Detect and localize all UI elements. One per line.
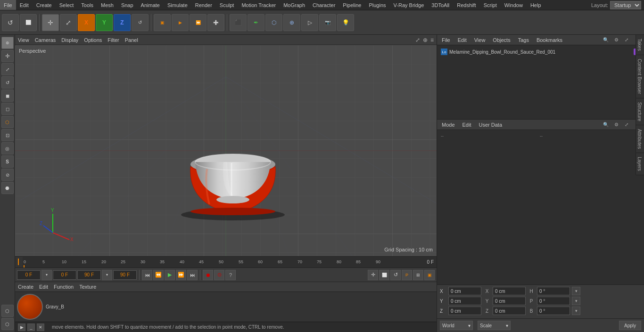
nurbs-tool[interactable]: ⬡ bbox=[265, 14, 282, 31]
obj-search-icon[interactable]: 🔍 bbox=[602, 36, 610, 44]
deformer-tool[interactable]: ▷ bbox=[301, 14, 318, 31]
menu-plugins[interactable]: Plugins bbox=[365, 0, 389, 10]
x-axis[interactable]: X bbox=[78, 14, 95, 31]
obj-gear-icon[interactable]: ⚙ bbox=[612, 36, 620, 44]
goto-start[interactable]: ⏮ bbox=[142, 270, 152, 280]
undo-button[interactable]: ↺ bbox=[2, 14, 19, 31]
material-menu-texture[interactable]: Texture bbox=[79, 284, 96, 290]
coord-p-field[interactable]: 0 ° bbox=[537, 297, 570, 305]
coord-z2-field[interactable]: 0 cm bbox=[493, 307, 526, 315]
step-forward[interactable]: ⏩ bbox=[176, 270, 186, 280]
sidebar-bottom2[interactable]: ⬡ bbox=[1, 318, 14, 330]
light-tool[interactable]: 💡 bbox=[337, 14, 354, 31]
vert-tab-structure[interactable]: Structure bbox=[636, 98, 644, 126]
dots-btn[interactable]: ⊞ bbox=[413, 270, 423, 280]
menu-motion-tracker[interactable]: Motion Tracker bbox=[238, 0, 280, 10]
menu-file[interactable]: File bbox=[0, 0, 16, 10]
menu-tools[interactable]: Tools bbox=[77, 0, 97, 10]
obj-tab-file[interactable]: File bbox=[440, 37, 452, 43]
timeline-btn[interactable]: ↺ bbox=[390, 270, 401, 280]
menu-edit[interactable]: Edit bbox=[16, 0, 33, 10]
coord-h-field[interactable]: 0 ° bbox=[537, 287, 570, 295]
status-icon-close[interactable]: ✕ bbox=[37, 324, 44, 331]
scale-dropdown[interactable]: Scale ▾ bbox=[478, 321, 511, 330]
viewport-menu-options[interactable]: Options bbox=[84, 37, 102, 43]
viewport-menu-display[interactable]: Display bbox=[61, 37, 78, 43]
viewport-menu-view[interactable]: View bbox=[18, 37, 29, 43]
status-icon-min[interactable]: _ bbox=[27, 324, 35, 331]
viewport-menu-panel[interactable]: Panel bbox=[125, 37, 138, 43]
transport-arrow-down2[interactable]: ▾ bbox=[102, 270, 112, 280]
motion-btn[interactable]: ✛ bbox=[368, 270, 378, 280]
sidebar-poly[interactable]: S bbox=[1, 155, 14, 168]
autokey-btn[interactable]: ⊙ bbox=[214, 270, 224, 280]
transport-end-frame1[interactable]: 90 F bbox=[77, 270, 101, 280]
z-axis[interactable]: Z bbox=[114, 14, 131, 31]
transport-current-frame[interactable]: 0 F bbox=[17, 270, 41, 280]
status-icon-render[interactable]: ▶ bbox=[18, 324, 25, 331]
render-active[interactable]: ▶ bbox=[172, 14, 189, 31]
viewport-expand-icon[interactable]: ⤢ bbox=[415, 37, 420, 43]
render-region[interactable]: ▣ bbox=[154, 14, 171, 31]
viewport-lock-icon[interactable]: ⊕ bbox=[423, 37, 428, 43]
spline-tool[interactable]: ✒ bbox=[248, 14, 264, 31]
sidebar-rotate[interactable]: ↺ bbox=[1, 76, 14, 89]
step-back[interactable]: ⏪ bbox=[153, 270, 164, 280]
obj-tab-view[interactable]: View bbox=[472, 37, 487, 43]
film-btn[interactable]: ▣ bbox=[424, 270, 435, 280]
coord-y1-field[interactable]: 0 cm bbox=[448, 297, 481, 305]
menu-pipeline[interactable]: Pipeline bbox=[339, 0, 365, 10]
menu-help[interactable]: Help bbox=[527, 0, 545, 10]
attr-expand-icon[interactable]: ⤢ bbox=[622, 121, 631, 129]
vert-tab-attributes[interactable]: Attributes bbox=[636, 125, 644, 153]
menu-mesh[interactable]: Mesh bbox=[97, 0, 117, 10]
menu-redshift[interactable]: Redshift bbox=[453, 0, 479, 10]
sidebar-obj3[interactable]: ⬡ bbox=[1, 116, 14, 128]
y-axis[interactable]: Y bbox=[96, 14, 113, 31]
vert-tab-takes[interactable]: Takes bbox=[636, 35, 644, 55]
cube-tool[interactable]: ⬛ bbox=[230, 14, 247, 31]
coord-b-field[interactable]: 0 ° bbox=[537, 307, 570, 315]
menu-select[interactable]: Select bbox=[56, 0, 78, 10]
sidebar-magnet[interactable]: ⬣ bbox=[1, 182, 14, 194]
sidebar-knife[interactable]: ⊘ bbox=[1, 169, 14, 181]
coord-x2-field[interactable]: 0 cm bbox=[493, 287, 526, 295]
menu-animate[interactable]: Animate bbox=[137, 0, 164, 10]
viewport[interactable]: X Y Z bbox=[15, 45, 437, 256]
move-tool[interactable]: ✛ bbox=[42, 14, 59, 31]
play-forward[interactable]: ▶ bbox=[165, 270, 175, 280]
menu-script[interactable]: Script bbox=[480, 0, 501, 10]
obj-tab-bookmarks[interactable]: Bookmarks bbox=[535, 37, 564, 43]
menu-create[interactable]: Create bbox=[33, 0, 56, 10]
menu-snap[interactable]: Snap bbox=[117, 0, 137, 10]
rotate-tool[interactable]: ↺ bbox=[132, 14, 149, 31]
help-btn[interactable]: ? bbox=[225, 270, 236, 280]
viewport-menu-cameras[interactable]: Cameras bbox=[35, 37, 56, 43]
sidebar-live-select[interactable]: ⊕ bbox=[1, 37, 14, 49]
redo-button[interactable]: ⬜ bbox=[20, 14, 37, 31]
world-dropdown[interactable]: World ▾ bbox=[440, 321, 473, 330]
camera-tool[interactable]: 📷 bbox=[319, 14, 336, 31]
attr-search-icon[interactable]: 🔍 bbox=[602, 121, 610, 129]
timeline-track[interactable]: 0 5 10 15 20 25 30 35 40 45 50 55 60 65 bbox=[23, 257, 424, 267]
add-object[interactable]: ✚ bbox=[207, 14, 224, 31]
coord-x1-field[interactable]: 0 cm bbox=[448, 287, 481, 295]
viewport-menu-filter[interactable]: Filter bbox=[107, 37, 119, 43]
key-btn[interactable]: ⬜ bbox=[379, 270, 389, 280]
layout-dropdown[interactable]: Startup bbox=[610, 1, 641, 9]
coord-p-stepper[interactable]: ▾ bbox=[572, 297, 580, 305]
menu-sculpt[interactable]: Sculpt bbox=[216, 0, 238, 10]
material-thumbnail[interactable] bbox=[17, 294, 43, 320]
sidebar-edge[interactable]: ◎ bbox=[1, 142, 14, 154]
material-menu-create[interactable]: Create bbox=[18, 284, 33, 290]
attr-tab-edit[interactable]: Edit bbox=[461, 122, 473, 128]
sidebar-point[interactable]: ⊡ bbox=[1, 129, 14, 141]
sidebar-move[interactable]: ✛ bbox=[1, 50, 14, 62]
menu-character[interactable]: Character bbox=[309, 0, 339, 10]
coord-b-stepper[interactable]: ▾ bbox=[572, 307, 580, 315]
scale-tool[interactable]: ⤢ bbox=[60, 14, 77, 31]
record2-btn[interactable]: P bbox=[402, 270, 412, 280]
menu-window[interactable]: Window bbox=[501, 0, 527, 10]
render-all[interactable]: ⏩ bbox=[190, 14, 206, 31]
goto-end[interactable]: ⏭ bbox=[187, 270, 198, 280]
